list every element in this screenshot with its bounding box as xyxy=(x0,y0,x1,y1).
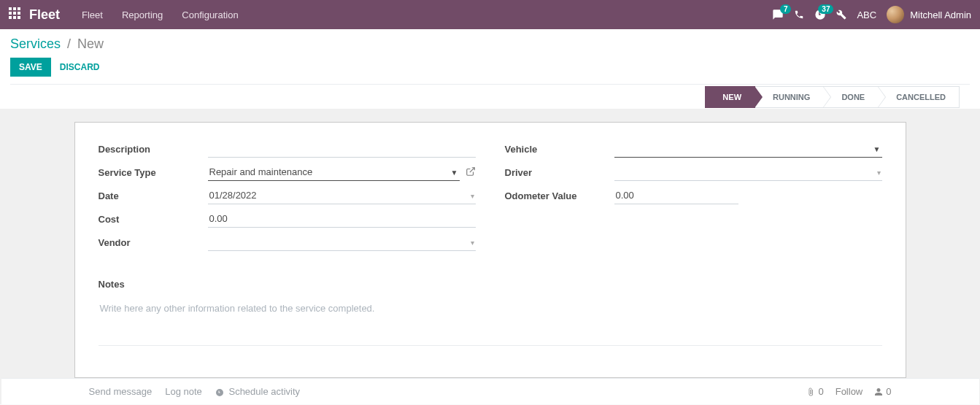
svg-rect-5 xyxy=(18,12,20,15)
save-button[interactable]: SAVE xyxy=(10,58,51,77)
service-type-field[interactable] xyxy=(208,163,460,181)
svg-rect-6 xyxy=(9,16,12,19)
chatter: Send message Log note Schedule activity … xyxy=(1,378,979,404)
svg-rect-8 xyxy=(18,16,20,19)
svg-rect-2 xyxy=(18,7,20,10)
apps-icon[interactable] xyxy=(9,7,20,22)
chevron-down-icon[interactable]: ▼ xyxy=(451,169,458,177)
nav-menu-reporting[interactable]: Reporting xyxy=(122,9,163,20)
phone-icon[interactable] xyxy=(794,9,804,20)
svg-rect-4 xyxy=(13,12,16,15)
chevron-down-icon[interactable]: ▼ xyxy=(873,145,881,153)
send-message-button[interactable]: Send message xyxy=(89,386,153,397)
status-cancelled[interactable]: CANCELLED xyxy=(879,86,960,108)
chat-badge: 7 xyxy=(780,4,792,14)
chevron-down-icon[interactable]: ▾ xyxy=(877,169,881,177)
status-done[interactable]: DONE xyxy=(824,86,879,108)
notes-field[interactable] xyxy=(99,298,882,346)
label-vendor: Vendor xyxy=(99,237,208,248)
svg-rect-7 xyxy=(13,16,16,19)
breadcrumb: Services / New xyxy=(10,36,970,52)
label-odometer: Odometer Value xyxy=(505,190,614,201)
status-new[interactable]: NEW xyxy=(705,86,755,108)
discard-button[interactable]: DISCARD xyxy=(60,62,100,72)
follow-button[interactable]: Follow xyxy=(836,386,863,397)
activity-badge: 37 xyxy=(818,4,833,14)
status-bar: NEW RUNNING DONE CANCELLED xyxy=(10,84,970,109)
label-vehicle: Vehicle xyxy=(505,144,614,155)
nav-menu-fleet[interactable]: Fleet xyxy=(82,9,103,20)
avatar xyxy=(887,6,904,23)
svg-rect-0 xyxy=(9,7,12,10)
form-sheet: Description Service Type ▼ xyxy=(74,122,906,378)
label-driver: Driver xyxy=(505,167,614,178)
label-date: Date xyxy=(99,190,208,201)
breadcrumb-root[interactable]: Services xyxy=(10,36,61,51)
driver-field[interactable] xyxy=(614,163,882,181)
label-notes: Notes xyxy=(99,279,882,290)
activity-icon[interactable]: 37 xyxy=(814,9,826,20)
odometer-field[interactable] xyxy=(614,187,738,204)
user-menu[interactable]: Mitchell Admin xyxy=(887,6,971,23)
user-name: Mitchell Admin xyxy=(910,9,971,20)
chevron-down-icon[interactable]: ▾ xyxy=(471,192,474,200)
breadcrumb-current: New xyxy=(77,36,104,51)
svg-rect-3 xyxy=(9,12,12,15)
svg-rect-1 xyxy=(13,7,16,10)
chat-icon[interactable]: 7 xyxy=(772,9,784,20)
debug-icon[interactable] xyxy=(836,9,846,20)
attachments-count[interactable]: 0 xyxy=(806,386,823,397)
label-cost: Cost xyxy=(99,214,208,225)
date-field[interactable] xyxy=(208,187,476,204)
log-note-button[interactable]: Log note xyxy=(165,386,202,397)
svg-line-9 xyxy=(469,167,474,171)
chevron-down-icon[interactable]: ▾ xyxy=(471,239,474,247)
vendor-field[interactable] xyxy=(208,234,476,251)
status-running[interactable]: RUNNING xyxy=(755,86,824,108)
label-description: Description xyxy=(99,144,208,155)
description-field[interactable] xyxy=(208,140,476,158)
followers-count[interactable]: 0 xyxy=(874,386,891,397)
vehicle-field[interactable] xyxy=(614,140,882,158)
external-link-icon[interactable] xyxy=(466,166,476,179)
company-switcher[interactable]: ABC xyxy=(857,9,876,20)
label-service-type: Service Type xyxy=(99,167,208,178)
cost-field[interactable] xyxy=(208,210,476,228)
app-brand[interactable]: Fleet xyxy=(29,7,60,23)
schedule-activity-button[interactable]: Schedule activity xyxy=(215,386,300,397)
nav-menu-configuration[interactable]: Configuration xyxy=(182,9,238,20)
